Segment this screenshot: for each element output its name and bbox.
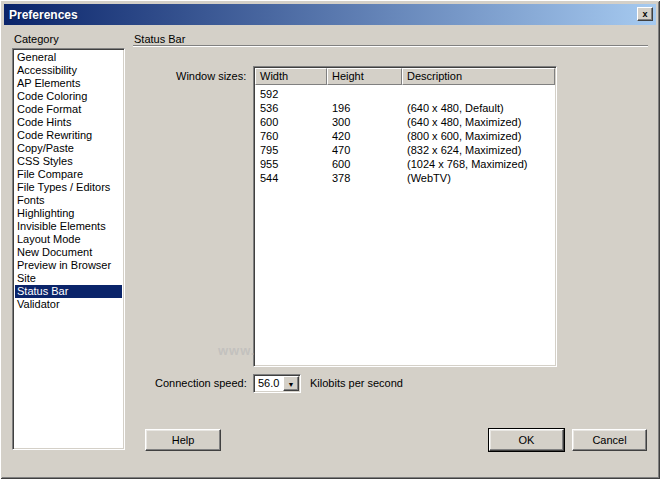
category-item-fonts[interactable]: Fonts	[15, 194, 122, 207]
category-item-layout-mode[interactable]: Layout Mode	[15, 233, 122, 246]
table-cell: 536	[255, 102, 327, 116]
category-listbox[interactable]: GeneralAccessibilityAP ElementsCode Colo…	[12, 48, 125, 450]
table-cell: (1024 x 768, Maximized)	[402, 158, 555, 172]
table-cell: 592	[255, 88, 327, 102]
chevron-down-icon[interactable]: ▼	[283, 376, 299, 391]
table-row[interactable]: 795470(832 x 624, Maximized)	[255, 144, 555, 158]
table-cell: (640 x 480, Default)	[402, 102, 555, 116]
category-item-validator[interactable]: Validator	[15, 298, 122, 311]
table-cell: 196	[327, 102, 402, 116]
close-icon: x	[642, 9, 647, 19]
category-item-ap-elements[interactable]: AP Elements	[15, 77, 122, 90]
table-cell: 955	[255, 158, 327, 172]
table-header-description[interactable]: Description	[402, 68, 555, 85]
category-item-code-coloring[interactable]: Code Coloring	[15, 90, 122, 103]
table-cell	[327, 88, 402, 102]
category-item-new-document[interactable]: New Document	[15, 246, 122, 259]
category-item-accessibility[interactable]: Accessibility	[15, 64, 122, 77]
table-row[interactable]: 592	[255, 88, 555, 102]
category-label: Category	[14, 33, 59, 45]
connection-speed-value: 56.0	[258, 377, 279, 390]
watermark: www.	[218, 343, 255, 358]
table-cell: (640 x 480, Maximized)	[402, 116, 555, 130]
connection-speed-units: Kilobits per second	[310, 377, 403, 389]
table-row[interactable]: 536196(640 x 480, Default)	[255, 102, 555, 116]
category-item-code-hints[interactable]: Code Hints	[15, 116, 122, 129]
table-cell: 420	[327, 130, 402, 144]
table-cell: 544	[255, 172, 327, 186]
table-cell: 470	[327, 144, 402, 158]
panel-title: Status Bar	[134, 33, 185, 45]
category-item-copy-paste[interactable]: Copy/Paste	[15, 142, 122, 155]
category-item-css-styles[interactable]: CSS Styles	[15, 155, 122, 168]
panel-separator	[133, 45, 648, 46]
table-cell: (832 x 624, Maximized)	[402, 144, 555, 158]
category-item-preview-in-browser[interactable]: Preview in Browser	[15, 259, 122, 272]
table-row[interactable]: 544378(WebTV)	[255, 172, 555, 186]
table-header-width[interactable]: Width	[255, 68, 327, 85]
category-item-highlighting[interactable]: Highlighting	[15, 207, 122, 220]
table-cell: 760	[255, 130, 327, 144]
category-item-code-rewriting[interactable]: Code Rewriting	[15, 129, 122, 142]
table-header-row: WidthHeightDescription	[255, 68, 555, 85]
category-item-site[interactable]: Site	[15, 272, 122, 285]
table-row[interactable]: 600300(640 x 480, Maximized)	[255, 116, 555, 130]
category-item-general[interactable]: General	[15, 51, 122, 64]
window-sizes-table[interactable]: WidthHeightDescription 592536196(640 x 4…	[253, 66, 557, 367]
category-item-invisible-elements[interactable]: Invisible Elements	[15, 220, 122, 233]
close-button[interactable]: x	[637, 7, 653, 21]
preferences-dialog: Preferences x Category GeneralAccessibil…	[0, 0, 660, 479]
cancel-button[interactable]: Cancel	[572, 429, 647, 451]
window-sizes-label: Window sizes:	[176, 70, 246, 82]
titlebar[interactable]: Preferences x	[4, 4, 656, 25]
table-cell: 300	[327, 116, 402, 130]
table-body: 592536196(640 x 480, Default)600300(640 …	[255, 85, 555, 186]
table-cell: 795	[255, 144, 327, 158]
table-header-height[interactable]: Height	[327, 68, 402, 85]
table-cell: (WebTV)	[402, 172, 555, 186]
table-row[interactable]: 955600(1024 x 768, Maximized)	[255, 158, 555, 172]
table-cell: 378	[327, 172, 402, 186]
help-button[interactable]: Help	[145, 429, 221, 451]
category-item-file-types-editors[interactable]: File Types / Editors	[15, 181, 122, 194]
table-cell: 600	[327, 158, 402, 172]
table-cell: (800 x 600, Maximized)	[402, 130, 555, 144]
category-item-file-compare[interactable]: File Compare	[15, 168, 122, 181]
table-cell: 600	[255, 116, 327, 130]
connection-speed-label: Connection speed:	[155, 377, 247, 389]
ok-button[interactable]: OK	[489, 429, 564, 451]
table-cell	[402, 88, 555, 102]
connection-speed-select[interactable]: 56.0 ▼	[253, 374, 301, 393]
category-item-status-bar[interactable]: Status Bar	[15, 285, 122, 298]
table-row[interactable]: 760420(800 x 600, Maximized)	[255, 130, 555, 144]
window-title: Preferences	[4, 8, 78, 22]
category-item-code-format[interactable]: Code Format	[15, 103, 122, 116]
